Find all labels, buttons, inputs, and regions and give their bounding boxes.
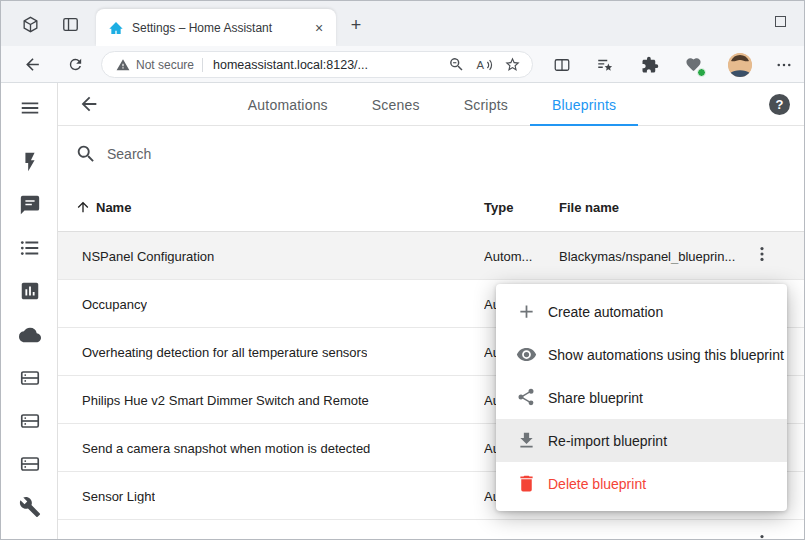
row-name: Sensor Light — [82, 488, 155, 503]
menu-item-create-automation[interactable]: Create automation — [496, 290, 787, 333]
menu-item-label: Delete blueprint — [548, 476, 646, 492]
browser-tab-strip: Settings – Home Assistant × + — [1, 1, 805, 46]
menu-item-show-automations[interactable]: Show automations using this blueprint — [496, 333, 787, 376]
search-input[interactable] — [107, 146, 507, 162]
menu-item-reimport-blueprint[interactable]: Re-import blueprint — [496, 419, 787, 462]
logbook-icon[interactable] — [18, 236, 42, 260]
table-row[interactable]: Set entities based on other entities new… — [58, 520, 805, 540]
extensions-icon[interactable] — [638, 53, 661, 76]
row-file: EdwardTEN/set_entities_bas... — [559, 536, 737, 540]
column-header-file[interactable]: File name — [559, 199, 619, 214]
search-icon — [75, 143, 97, 165]
help-icon[interactable]: ? — [769, 94, 790, 115]
svg-text:A: A — [477, 58, 485, 70]
ha-topbar: Automations Scenes Scripts Blueprints ? — [58, 83, 805, 126]
status-dot — [697, 68, 706, 77]
server-icon[interactable] — [18, 366, 42, 390]
row-name: NSPanel Configuration — [82, 248, 214, 263]
ha-tab-bar: Automations Scenes Scripts Blueprints — [58, 83, 805, 126]
row-type: Autom... — [484, 248, 532, 263]
workspaces-icon[interactable] — [19, 13, 41, 35]
menu-item-label: Re-import blueprint — [548, 433, 667, 449]
menu-item-share-blueprint[interactable]: Share blueprint — [496, 376, 787, 419]
menu-item-label: Share blueprint — [548, 390, 643, 406]
url-text[interactable]: homeassistant.local:8123/... — [213, 58, 438, 72]
history-icon[interactable] — [18, 279, 42, 303]
row-name: Philips Hue v2 Smart Dimmer Switch and R… — [82, 392, 369, 407]
sort-ascending-icon[interactable] — [75, 199, 91, 215]
back-icon[interactable] — [21, 53, 44, 76]
divider — [202, 58, 203, 72]
row-name: Occupancy — [82, 296, 147, 311]
zoom-out-icon[interactable] — [446, 55, 466, 75]
home-assistant-favicon — [108, 20, 124, 36]
tab-close-icon[interactable]: × — [310, 19, 328, 37]
chat-icon[interactable] — [18, 193, 42, 217]
download-icon — [516, 430, 537, 451]
table-row[interactable]: NSPanel Configuration Autom... Blackymas… — [58, 232, 805, 280]
server-icon[interactable] — [18, 452, 42, 476]
not-secure-warning-icon — [116, 58, 130, 72]
browser-address-bar: Not secure homeassistant.local:8123/... … — [1, 46, 805, 83]
browser-essentials-icon[interactable] — [682, 53, 705, 76]
tab-scenes[interactable]: Scenes — [350, 83, 442, 126]
refresh-icon[interactable] — [64, 53, 87, 76]
table-header: Name Type File name — [58, 182, 805, 232]
cloud-icon[interactable] — [18, 323, 42, 347]
blueprint-context-menu: Create automation Show automations using… — [496, 284, 787, 511]
tab-blueprints[interactable]: Blueprints — [530, 83, 638, 126]
split-screen-icon[interactable] — [550, 53, 573, 76]
favorites-icon[interactable] — [593, 53, 616, 76]
trash-icon — [516, 473, 537, 494]
browser-window: Settings – Home Assistant × + Not secure… — [0, 0, 805, 540]
plus-icon — [516, 301, 537, 322]
profile-avatar[interactable] — [728, 53, 752, 77]
read-aloud-icon[interactable]: A — [474, 55, 494, 75]
row-type: Autom... — [484, 536, 532, 540]
menu-item-delete-blueprint[interactable]: Delete blueprint — [496, 462, 787, 505]
tab-layout-icon[interactable] — [59, 13, 81, 35]
tab-scripts[interactable]: Scripts — [442, 83, 530, 126]
column-header-name[interactable]: Name — [96, 199, 131, 214]
tab-title: Settings – Home Assistant — [132, 21, 310, 35]
browser-tab[interactable]: Settings – Home Assistant × — [96, 9, 336, 46]
tab-automations[interactable]: Automations — [226, 83, 350, 126]
menu-item-label: Create automation — [548, 304, 663, 320]
ha-sidebar — [1, 83, 58, 540]
column-header-type[interactable]: Type — [484, 199, 513, 214]
menu-item-label: Show automations using this blueprint — [548, 347, 784, 363]
row-file: Blackymas/nspanel_blueprin... — [559, 248, 735, 263]
favorite-star-icon[interactable] — [502, 55, 522, 75]
row-name: Set entities based on other entities new… — [82, 536, 502, 540]
row-name: Overheating detection for all temperatur… — [82, 344, 367, 359]
browser-menu-icon[interactable] — [772, 53, 795, 76]
maximize-icon[interactable] — [775, 16, 786, 27]
share-icon — [516, 387, 537, 408]
url-bar[interactable]: Not secure homeassistant.local:8123/... … — [101, 51, 533, 78]
row-overflow-menu-icon[interactable] — [752, 532, 776, 540]
menu-icon[interactable] — [18, 96, 42, 120]
tools-icon[interactable] — [18, 495, 42, 519]
eye-icon — [516, 344, 537, 365]
new-tab-button[interactable]: + — [345, 14, 367, 36]
energy-icon[interactable] — [18, 150, 42, 174]
search-bar — [58, 126, 805, 182]
row-overflow-menu-icon[interactable] — [752, 244, 776, 268]
server-icon[interactable] — [18, 409, 42, 433]
row-name: Send a camera snapshot when motion is de… — [82, 440, 370, 455]
security-label[interactable]: Not secure — [136, 58, 194, 72]
